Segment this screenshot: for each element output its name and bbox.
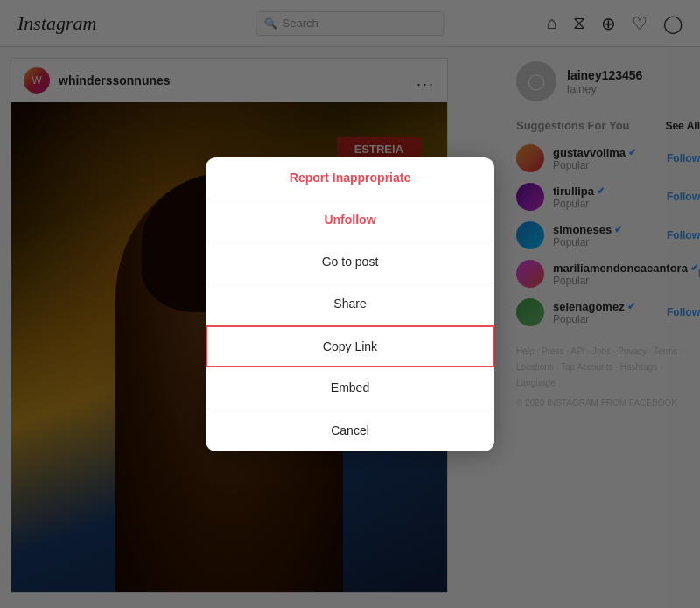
modal-overlay[interactable]: Report Inappropriate Unfollow Go to post…	[0, 0, 700, 608]
unfollow-button[interactable]: Unfollow	[206, 199, 494, 241]
share-button[interactable]: Share	[206, 283, 494, 325]
report-inappropriate-button[interactable]: Report Inappropriate	[206, 157, 494, 199]
embed-button[interactable]: Embed	[206, 367, 494, 409]
go-to-post-button[interactable]: Go to post	[206, 241, 494, 283]
options-modal: Report Inappropriate Unfollow Go to post…	[206, 157, 494, 451]
copy-link-button[interactable]: Copy Link	[206, 325, 494, 367]
cancel-button[interactable]: Cancel	[206, 409, 494, 451]
